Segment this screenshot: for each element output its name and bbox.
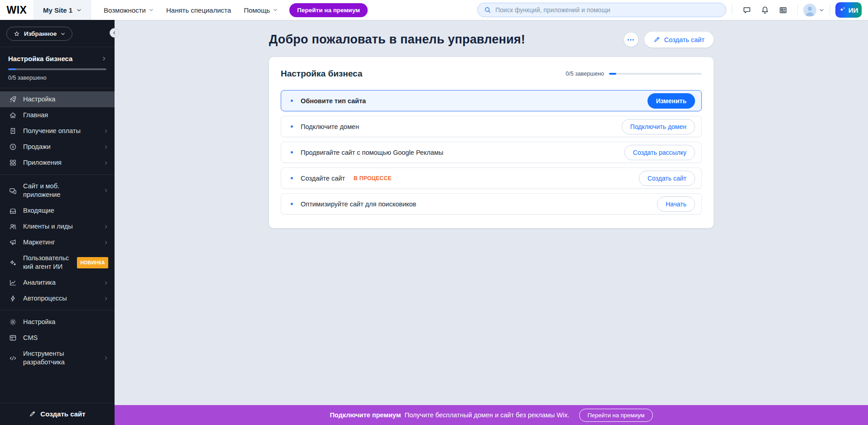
- bullet-icon: [291, 100, 293, 102]
- sidebar-item-analytics[interactable]: Аналитика: [0, 275, 115, 291]
- task-row-update-site-type[interactable]: Обновите тип сайта Изменить: [281, 90, 702, 111]
- task-row-create-site[interactable]: Создайте сайт В ПРОЦЕССЕ Создать сайт: [281, 167, 702, 189]
- devices-icon: [9, 187, 17, 195]
- setup-progress-bar: [8, 68, 106, 70]
- sidebar-item-setup[interactable]: Настройка: [0, 91, 115, 107]
- premium-banner: Подключите премиум Получите бесплатный д…: [115, 405, 868, 425]
- sidebar-item-dev-tools[interactable]: Инструменты разработчика: [0, 346, 115, 370]
- sidebar-item-label: Настройка: [23, 95, 108, 104]
- sidebar-item-settings[interactable]: Настройка: [0, 314, 115, 330]
- create-campaign-button[interactable]: Создать рассылку: [624, 145, 695, 160]
- sidebar-item-site-and-app[interactable]: Сайт и моб. приложение: [0, 178, 115, 203]
- favorites-dropdown[interactable]: Избранное: [6, 27, 72, 41]
- sidebar-item-sales[interactable]: $ Продажи: [0, 139, 115, 155]
- svg-text:$: $: [12, 145, 14, 149]
- main-header: Добро пожаловать в панель управления! Со…: [269, 32, 714, 48]
- sidebar-item-contacts-leads[interactable]: Клиенты и лиды: [0, 219, 115, 234]
- bullet-icon: [291, 177, 293, 179]
- chevron-down-icon: [77, 8, 82, 13]
- chevron-right-icon: [104, 281, 108, 285]
- sidebar-collapse-button[interactable]: [110, 28, 119, 38]
- start-button[interactable]: Начать: [657, 196, 695, 212]
- change-button[interactable]: Изменить: [647, 93, 695, 109]
- home-icon: [9, 111, 17, 119]
- sidebar-item-marketing[interactable]: Маркетинг: [0, 234, 115, 250]
- chat-icon[interactable]: [738, 1, 756, 19]
- nav-item-help[interactable]: Помощь: [244, 6, 278, 14]
- dollar-icon: $: [9, 143, 17, 151]
- inbox-icon: [9, 207, 17, 215]
- wix-logo: WIX: [0, 4, 34, 16]
- sidebar-item-label: Продажи: [23, 143, 97, 151]
- create-site-button[interactable]: Создать сайт: [644, 32, 714, 48]
- account-menu[interactable]: [803, 4, 824, 17]
- connect-domain-button[interactable]: Подключить домен: [622, 119, 695, 134]
- sparkles-icon: [839, 6, 846, 14]
- site-selector[interactable]: My Site 1: [34, 0, 91, 20]
- apps-grid-icon: [9, 159, 17, 167]
- sidebar-item-label: Клиенты и лиды: [23, 222, 97, 231]
- sidebar-item-label: Автопроцессы: [23, 294, 97, 303]
- sidebar-item-home[interactable]: Главная: [0, 107, 115, 123]
- create-site-task-button[interactable]: Создать сайт: [639, 171, 695, 186]
- more-options-button[interactable]: [624, 33, 638, 47]
- banner-premium-button[interactable]: Перейти на премиум: [579, 409, 652, 422]
- banner-title: Подключите премиум: [330, 411, 401, 419]
- chevron-left-icon: [112, 31, 116, 35]
- sidebar-item-apps[interactable]: Приложения: [0, 155, 115, 171]
- page-title: Добро пожаловать в панель управления!: [269, 33, 525, 47]
- favorites-label: Избранное: [24, 30, 57, 37]
- task-label: Подключите домен: [301, 123, 359, 130]
- chevron-right-icon: [104, 161, 108, 165]
- svg-text:$: $: [12, 129, 14, 132]
- sidebar-create-site-label: Создать сайт: [40, 410, 85, 418]
- chevron-down-icon: [61, 32, 65, 36]
- nav-item-features[interactable]: Возможности: [104, 6, 153, 14]
- chevron-right-icon: [104, 356, 108, 360]
- sidebar-item-get-paid[interactable]: $ Получение оплаты: [0, 123, 115, 139]
- ai-button-label: ИИ: [849, 6, 858, 14]
- task-label: Создайте сайт: [301, 175, 345, 182]
- top-navigation: Возможности Нанять специалиста Помощь: [104, 6, 278, 14]
- sidebar-item-inbox[interactable]: Входящие: [0, 203, 115, 219]
- chevron-right-icon: [104, 129, 108, 134]
- create-site-label: Создать сайт: [664, 36, 705, 43]
- divider: [797, 5, 798, 15]
- site-selector-label: My Site 1: [43, 6, 72, 14]
- favorites-row: Избранное: [0, 20, 115, 47]
- chevron-down-icon: [273, 8, 278, 12]
- nav-item-hire-specialist[interactable]: Нанять специалиста: [166, 6, 231, 14]
- sidebar-item-label: Настройка: [23, 318, 108, 326]
- task-row-seo-optimize[interactable]: Оптимизируйте сайт для поисковиков Начат…: [281, 193, 702, 215]
- business-setup-summary[interactable]: Настройка бизнеса 0/5 завершено: [0, 47, 115, 88]
- chevron-right-icon: [104, 188, 108, 193]
- card-progress-label: 0/5 завершено: [566, 71, 604, 77]
- sidebar: Избранное Настройка бизнеса 0/5 завершен…: [0, 20, 115, 425]
- sidebar-item-cms[interactable]: CMS: [0, 330, 115, 346]
- news-panel-icon[interactable]: [774, 1, 792, 19]
- bullet-icon: [291, 203, 293, 205]
- task-label: Оптимизируйте сайт для поисковиков: [301, 201, 416, 208]
- sidebar-item-automations[interactable]: Автопроцессы: [0, 291, 115, 306]
- bullet-icon: [291, 151, 293, 153]
- card-progress-bar: [609, 73, 702, 75]
- sidebar-item-ai-agent[interactable]: Пользовательский агент ИИ НОВИНКА: [0, 250, 115, 275]
- card-progress-fill: [609, 73, 616, 75]
- sidebar-item-label: Сайт и моб. приложение: [23, 182, 97, 199]
- new-badge: НОВИНКА: [77, 257, 108, 268]
- top-bar: WIX My Site 1 Возможности Нанять специал…: [0, 0, 868, 20]
- business-setup-card: Настройка бизнеса 0/5 завершено Обновите…: [269, 57, 714, 228]
- search-input[interactable]: Поиск функций, приложений и помощи: [477, 3, 726, 17]
- upgrade-premium-button[interactable]: Перейти на премиум: [289, 3, 368, 17]
- task-row-promote-google-ads[interactable]: Продвигайте сайт с помощью Google Реклам…: [281, 142, 702, 163]
- banner-text: Получите бесплатный домен и сайт без рек…: [404, 411, 569, 419]
- divider: [830, 5, 830, 15]
- task-row-connect-domain[interactable]: Подключите домен Подключить домен: [281, 116, 702, 137]
- notifications-bell-icon[interactable]: [756, 1, 774, 19]
- chevron-down-icon: [149, 8, 153, 12]
- ai-assistant-button[interactable]: ИИ: [835, 2, 862, 18]
- search-placeholder: Поиск функций, приложений и помощи: [495, 6, 610, 14]
- chevron-down-icon: [819, 8, 824, 13]
- sidebar-create-site-button[interactable]: Создать сайт: [0, 403, 115, 425]
- gear-icon: [9, 318, 17, 326]
